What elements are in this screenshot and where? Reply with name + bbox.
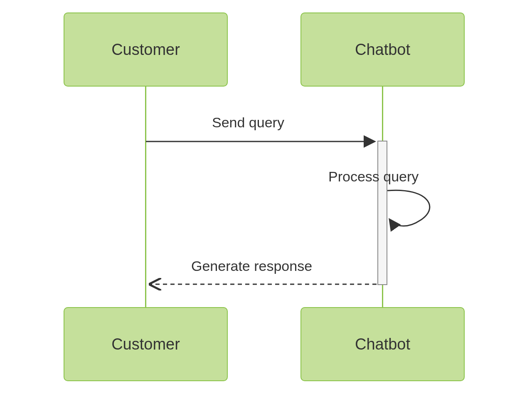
participant-chatbot-bottom: Chatbot [300,307,465,381]
participant-label: Customer [111,41,180,59]
label-generate-response: Generate response [191,258,312,274]
label-process-query: Process query [328,169,419,185]
participant-label: Customer [111,335,180,353]
participant-label: Chatbot [355,41,410,59]
activation-chatbot [377,141,387,285]
participant-label: Chatbot [355,335,410,353]
participant-customer-top: Customer [64,12,228,87]
sequence-diagram: Customer Chatbot Customer Chatbot Send q… [0,0,532,397]
lifeline-customer [145,83,146,308]
participant-chatbot-top: Chatbot [300,12,465,87]
participant-customer-bottom: Customer [64,307,228,381]
label-send-query: Send query [212,114,284,131]
arrow-process-query [387,190,430,226]
